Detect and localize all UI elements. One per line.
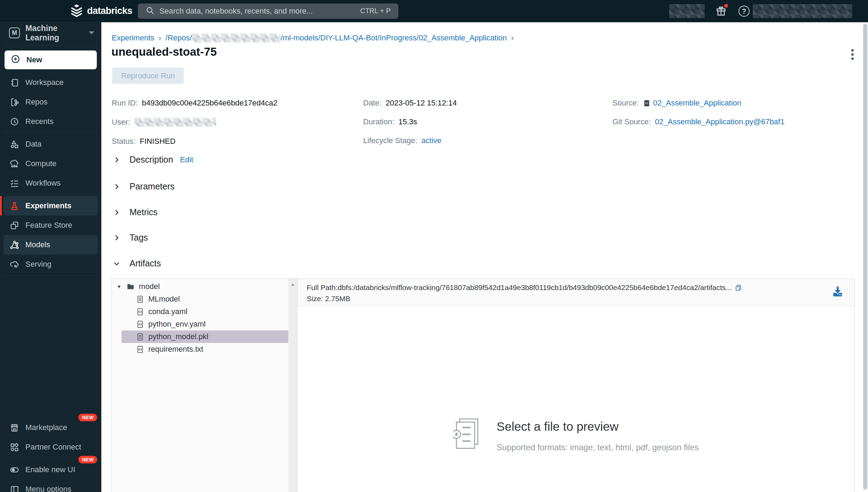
tree-expand-caret[interactable]: ▼ (117, 284, 122, 289)
divider (3, 194, 98, 195)
sidebar-item-enable-new-ui[interactable]: Enable new UI NEW (3, 460, 98, 479)
tree-file-python-model-pkl-selected[interactable]: python_model.pkl (122, 330, 288, 343)
preview-documents-icon (453, 417, 480, 450)
breadcrumb-experiment-path-link[interactable]: /Repos/ /ml-models/DIY-LLM-QA-Bot/InProg… (165, 33, 507, 42)
tree-file-requirements-txt[interactable]: requirements.txt (112, 343, 297, 356)
storefront-icon (10, 423, 19, 432)
sidebar-item-serving[interactable]: Serving (3, 255, 98, 274)
search-shortcut-hint: CTRL + P (360, 7, 391, 15)
divider (3, 45, 98, 45)
tree-file-python-env-yaml[interactable]: python_env.yaml (112, 318, 297, 330)
download-artifact-button[interactable] (830, 284, 845, 299)
whats-new-button[interactable] (715, 5, 727, 17)
date-label: Date: (363, 99, 382, 107)
run-info-column-middle: Date: 2023-05-12 15:12:14 Duration: 15.3… (363, 99, 457, 155)
divider (3, 133, 98, 133)
duration-label: Duration: (363, 118, 394, 126)
notebook-icon (10, 78, 19, 87)
tree-file-conda-yaml[interactable]: conda.yaml (112, 305, 297, 318)
redacted-user-email (134, 118, 216, 127)
tree-file-mlmodel[interactable]: MLmodel (112, 293, 297, 305)
section-description[interactable]: Description Edit (113, 155, 193, 165)
section-metrics[interactable]: Metrics (113, 207, 158, 217)
sidebar-item-models[interactable]: Models (3, 235, 98, 255)
preview-subtitle: Supported formats: image, text, html, pd… (496, 443, 698, 452)
sidebar-item-feature-store[interactable]: Feature Store (3, 216, 98, 235)
date-value: 2023-05-12 15:12:14 (386, 99, 457, 107)
size-value: 2.75MB (325, 295, 350, 303)
code-file-icon (136, 308, 144, 316)
global-search[interactable]: CTRL + P (138, 3, 398, 19)
run-info-column-left: Run ID: b493db09c00e4225b64e6bde17ed4ca2… (112, 99, 277, 156)
duration-value: 15.3s (398, 118, 417, 126)
partner-connect-icon (10, 443, 19, 452)
persona-switcher-machine-learning[interactable]: M Machine Learning (0, 22, 101, 44)
sidebar-item-repos[interactable]: Repos (3, 92, 98, 112)
sidebar: M Machine Learning New Workspace (0, 22, 101, 492)
run-actions-menu-button[interactable] (846, 47, 858, 62)
section-tags[interactable]: Tags (113, 233, 148, 243)
sidebar-item-partner-connect[interactable]: Partner Connect (3, 437, 98, 457)
window-scrollbar[interactable] (862, 22, 868, 492)
sidebar-item-compute[interactable]: Compute (3, 154, 98, 173)
git-source-label: Git Source: (612, 118, 651, 126)
artifact-detail-panel: Full Path:dbfs:/databricks/mlflow-tracki… (297, 279, 854, 492)
search-input[interactable] (159, 7, 355, 16)
artifact-browser: ▼ model MLmodel (111, 279, 855, 492)
redacted-user-menu (753, 4, 852, 18)
databricks-logo[interactable]: databricks (70, 3, 132, 19)
feature-store-icon (10, 221, 19, 230)
databricks-wordmark: databricks (87, 6, 132, 16)
question-mark-icon: ? (742, 7, 746, 15)
divider (3, 275, 98, 276)
status-value: FINISHED (140, 137, 175, 146)
sidebar-bottom-group: Marketplace NEW Partner Connect (0, 418, 101, 492)
notebook-source-icon (643, 100, 650, 107)
chevron-down-icon (89, 31, 94, 34)
description-edit-link[interactable]: Edit (180, 155, 193, 164)
section-artifacts[interactable]: Artifacts (113, 258, 161, 268)
breadcrumb-separator: › (511, 33, 514, 43)
new-button[interactable]: New (5, 50, 97, 69)
reproduce-run-button[interactable]: Reproduce Run (112, 68, 184, 84)
breadcrumb: Experiments › /Repos/ /ml-models/DIY-LLM… (112, 33, 514, 43)
sidebar-item-workspace[interactable]: Workspace (3, 73, 98, 92)
chevron-right-icon (113, 209, 120, 216)
serving-cloud-icon (10, 260, 19, 269)
artifact-info-header: Full Path:dbfs:/databricks/mlflow-tracki… (298, 279, 854, 306)
chevron-right-icon (113, 234, 120, 242)
status-label: Status: (112, 137, 135, 146)
section-parameters[interactable]: Parameters (113, 181, 174, 192)
help-button[interactable]: ? (738, 6, 750, 17)
panel-layout-icon (10, 485, 19, 492)
tree-folder-model[interactable]: ▼ model (112, 280, 297, 293)
git-source-link[interactable]: 02_Assemble_Application.py@67baf1 (655, 118, 784, 126)
redacted-repo-user (192, 33, 281, 42)
file-preview-placeholder: Select a file to preview Supported forma… (298, 417, 854, 452)
sidebar-item-recents[interactable]: Recents (3, 112, 98, 131)
lifecycle-stage-label: Lifecycle Stage: (363, 136, 417, 145)
sidebar-item-menu-options[interactable]: Menu options (3, 479, 98, 492)
scrollbar-thumb[interactable] (863, 24, 867, 490)
databricks-mlflow-run-page: databricks CTRL + P (0, 0, 868, 492)
copy-path-button[interactable] (735, 284, 742, 291)
tree-scrollbar[interactable]: ▲ (288, 279, 297, 492)
toggle-icon (10, 465, 19, 475)
sidebar-item-marketplace[interactable]: Marketplace NEW (3, 418, 98, 437)
sidebar-item-workflows[interactable]: Workflows (3, 173, 98, 193)
databricks-logo-icon (70, 3, 84, 19)
checklist-icon (10, 179, 19, 188)
sidebar-item-experiments[interactable]: Experiments (3, 196, 98, 216)
source-link[interactable]: 02_Assemble_Application (653, 99, 741, 107)
lifecycle-stage-value[interactable]: active (421, 136, 441, 145)
chevron-down-icon (113, 260, 120, 267)
topbar-right-cluster: ? (669, 4, 868, 18)
breadcrumb-experiments-link[interactable]: Experiments (112, 33, 154, 42)
run-info-column-right: Source: 02_Assemble_Application Git Sour… (612, 99, 784, 136)
sidebar-spacer (0, 277, 101, 418)
document-icon (136, 295, 144, 303)
plus-circle-icon (11, 54, 20, 66)
scroll-up-arrow[interactable]: ▲ (291, 282, 295, 492)
new-badge: NEW (78, 456, 97, 463)
sidebar-item-data[interactable]: Data (3, 134, 98, 154)
